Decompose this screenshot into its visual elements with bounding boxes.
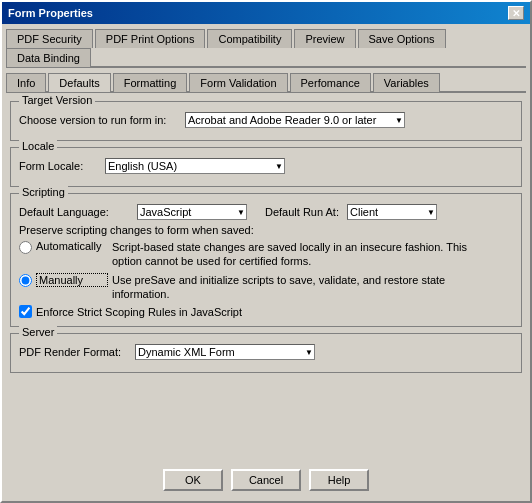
default-language-select-wrapper: JavaScriptFormCalc [137,204,247,220]
server-label: Server [19,326,57,338]
radio-group: Automatically Script-based state changes… [19,240,513,301]
content-area: Target Version Choose version to run for… [2,93,530,461]
radio-automatically-row: Automatically Script-based state changes… [19,240,513,269]
server-field-label: PDF Render Format: [19,346,129,358]
scripting-group: Scripting Default Language: JavaScriptFo… [10,193,522,327]
locale-label: Locale [19,140,57,152]
target-version-label: Target Version [19,94,95,106]
cancel-button[interactable]: Cancel [231,469,301,491]
help-button[interactable]: Help [309,469,369,491]
radio-manually[interactable] [19,274,32,287]
preserve-label: Preserve scripting changes to form when … [19,224,513,236]
server-select-wrapper: Dynamic XML FormStatic XML Form [135,344,315,360]
tab-save-options[interactable]: Save Options [358,29,446,48]
target-version-field-label: Choose version to run form in: [19,114,179,126]
enforce-strict-row: Enforce Strict Scoping Rules in JavaScri… [19,305,513,318]
locale-select-wrapper: English (USA)English (UK)FrenchGermanSpa… [105,158,285,174]
radio-manually-desc: Use preSave and initialize scripts to sa… [112,273,482,302]
default-language-select[interactable]: JavaScriptFormCalc [137,204,247,220]
form-properties-window: Form Properties ✕ PDF SecurityPDF Print … [0,0,532,503]
tab-defaults[interactable]: Defaults [48,73,110,92]
radio-automatically[interactable] [19,241,32,254]
tab-variables[interactable]: Variables [373,73,440,92]
target-version-select-wrapper: Acrobat and Adobe Reader 9.0 or laterAcr… [185,112,405,128]
tabs-container: PDF SecurityPDF Print OptionsCompatibili… [2,24,530,93]
ok-button[interactable]: OK [163,469,223,491]
tab-pdf-security[interactable]: PDF Security [6,29,93,48]
radio-automatically-label[interactable]: Automatically [36,240,108,252]
tab-pdf-print-options[interactable]: PDF Print Options [95,29,206,48]
tab-data-binding[interactable]: Data Binding [6,48,91,67]
target-version-group: Target Version Choose version to run for… [10,101,522,141]
server-select[interactable]: Dynamic XML FormStatic XML Form [135,344,315,360]
server-group: Server PDF Render Format: Dynamic XML Fo… [10,333,522,373]
tab-form-validation[interactable]: Form Validation [189,73,287,92]
button-bar: OK Cancel Help [2,461,530,501]
default-language-label: Default Language: [19,206,129,218]
tab-compatibility[interactable]: Compatibility [207,29,292,48]
default-run-at-label: Default Run At: [265,206,339,218]
enforce-strict-label[interactable]: Enforce Strict Scoping Rules in JavaScri… [36,306,242,318]
radio-manually-label[interactable]: Manually [36,273,108,287]
enforce-strict-checkbox[interactable] [19,305,32,318]
tab-formatting[interactable]: Formatting [113,73,188,92]
tab-performance[interactable]: Perfomance [290,73,371,92]
scripting-label: Scripting [19,186,68,198]
radio-manually-row: Manually Use preSave and initialize scri… [19,273,513,302]
close-button[interactable]: ✕ [508,6,524,20]
locale-field-label: Form Locale: [19,160,99,172]
window-title: Form Properties [8,7,93,19]
tab-preview[interactable]: Preview [294,29,355,48]
target-version-select[interactable]: Acrobat and Adobe Reader 9.0 or laterAcr… [185,112,405,128]
title-bar: Form Properties ✕ [2,2,530,24]
radio-automatically-desc: Script-based state changes are saved loc… [112,240,482,269]
run-at-select[interactable]: ClientServerBoth [347,204,437,220]
locale-group: Locale Form Locale: English (USA)English… [10,147,522,187]
run-at-select-wrapper: ClientServerBoth [347,204,437,220]
locale-select[interactable]: English (USA)English (UK)FrenchGermanSpa… [105,158,285,174]
tab-info[interactable]: Info [6,73,46,92]
